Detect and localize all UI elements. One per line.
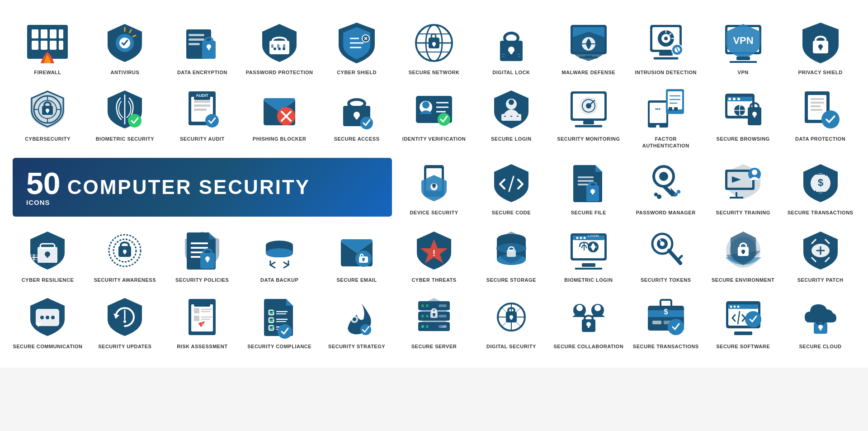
svg-rect-79 <box>820 47 821 50</box>
svg-rect-17 <box>189 43 200 45</box>
risk-assessment-label: RISK ASSESSMENT <box>177 343 227 350</box>
icon-intrusion-detection: INTRUSION DETECTION <box>627 14 704 80</box>
svg-rect-96 <box>194 109 207 111</box>
icon-secure-server: SECURE SERVER <box>396 288 473 354</box>
security-training-label: SECURITY TRAINING <box>716 209 770 216</box>
page-container: FIREWALL ANTIVIRUS <box>0 0 868 368</box>
password-protection-label: PASSWORD PROTECTION <box>246 69 313 76</box>
firewall-label: FIREWALL <box>34 69 61 76</box>
security-compliance-label: SECURITY COMPLIANCE <box>247 343 311 350</box>
icon-malware-defense: MALWARE DEFENSE <box>550 14 627 80</box>
svg-point-98 <box>205 114 219 128</box>
svg-rect-171 <box>592 191 594 194</box>
security-updates-label: SECURITY UPDATES <box>98 343 151 350</box>
svg-point-298 <box>421 325 424 328</box>
svg-point-141 <box>728 98 731 100</box>
svg-rect-332 <box>734 332 752 335</box>
svg-rect-250 <box>742 251 744 254</box>
secure-email-label: SECURE EMAIL <box>337 277 377 283</box>
factor-authentication-label: FACTOR AUTHENTICATION <box>631 136 701 149</box>
svg-line-242 <box>677 256 682 260</box>
svg-rect-165 <box>578 176 594 178</box>
icon-secure-cloud: SECURE CLOUD <box>782 288 859 354</box>
svg-rect-217 <box>363 259 364 261</box>
security-tokens-label: SECURITY TOKENS <box>641 277 691 283</box>
svg-point-142 <box>733 98 736 100</box>
secure-storage-label: SECURE STORAGE <box>486 277 536 283</box>
svg-rect-271 <box>194 316 199 321</box>
svg-rect-320 <box>652 321 661 324</box>
icon-security-training: SECURITY TRAINING <box>704 154 782 220</box>
svg-text:$: $ <box>664 308 668 316</box>
secure-browsing-label: SECURE BROWSING <box>717 136 770 142</box>
svg-rect-203 <box>191 242 208 244</box>
icon-cybersecurity: CYBERSECURITY <box>9 80 86 153</box>
secure-login-label: SECURE LOGIN <box>491 136 532 142</box>
svg-rect-237 <box>582 263 595 267</box>
svg-rect-3 <box>50 29 57 38</box>
svg-point-232 <box>583 237 585 239</box>
svg-rect-153 <box>811 98 824 100</box>
icon-security-patch: SECURITY PATCH <box>782 221 859 288</box>
secure-network-label: SECURE NETWORK <box>409 69 460 76</box>
svg-text:!: ! <box>202 322 203 327</box>
biometric-security-label: BIOMETRIC SECURITY <box>96 136 154 142</box>
icon-secure-login: SECURE LOGIN <box>472 80 550 153</box>
svg-rect-210 <box>207 259 208 262</box>
icon-password-manager: PASSWORD MANAGER <box>627 154 704 220</box>
identity-verification-label: IDENTITY VERIFICATION <box>402 136 466 142</box>
svg-rect-6 <box>41 41 47 50</box>
icon-secure-collaboration: SECURE COLLABORATION <box>550 288 627 354</box>
svg-line-241 <box>669 251 680 263</box>
cyber-resilience-label: CYBER RESILIENCE <box>22 277 74 283</box>
svg-rect-29 <box>283 44 285 48</box>
password-manager-label: PASSWORD MANAGER <box>636 209 696 216</box>
icon-privacy-shield: PRIVACY SHIELD <box>782 14 859 80</box>
svg-rect-7 <box>50 41 57 50</box>
icon-security-awareness: SECURITY AWARENESS <box>86 221 164 288</box>
svg-point-287 <box>353 317 356 321</box>
icon-security-updates: SECURITY UPDATES <box>86 288 164 354</box>
icon-firewall: FIREWALL <box>9 14 86 80</box>
svg-point-261 <box>51 316 55 319</box>
svg-text:VPN: VPN <box>733 35 753 46</box>
svg-point-115 <box>509 99 514 105</box>
svg-rect-21 <box>208 47 210 50</box>
svg-rect-128 <box>650 103 666 123</box>
svg-rect-267 <box>194 301 210 307</box>
icon-identity-verification: IDENTITY VERIFICATION <box>396 80 473 153</box>
svg-point-24 <box>274 47 276 50</box>
svg-point-109 <box>422 101 429 109</box>
icon-security-tokens: SECURITY TOKENS <box>627 221 704 288</box>
icon-digital-lock: DIGITAL LOCK <box>472 14 550 80</box>
row-5: SECURE COMMUNICATION SECURITY UPDATES <box>9 288 859 354</box>
privacy-shield-label: PRIVACY SHIELD <box>798 69 842 76</box>
banner-icons: ICONS <box>26 199 50 206</box>
svg-rect-155 <box>811 105 821 107</box>
svg-point-313 <box>594 305 601 311</box>
secure-software-label: SECURE SOFTWARE <box>716 343 770 350</box>
cyber-shield-label: CYBER SHIELD <box>337 69 377 76</box>
svg-point-328 <box>730 306 732 308</box>
intrusion-detection-label: INTRUSION DETECTION <box>635 69 697 76</box>
svg-point-212 <box>266 248 293 257</box>
icon-risk-assessment: ! RISK ASSESSMENT <box>164 288 241 354</box>
svg-rect-85 <box>47 110 48 113</box>
svg-point-260 <box>46 316 49 319</box>
svg-rect-268 <box>194 308 199 313</box>
icon-security-strategy: SECURITY STRATEGY <box>318 288 396 354</box>
data-encryption-label: DATA ENCRYPTION <box>177 69 227 76</box>
svg-rect-163 <box>433 185 435 188</box>
svg-rect-27 <box>271 44 274 48</box>
svg-rect-1 <box>32 29 38 38</box>
icon-biometric-security: BIOMETRIC SECURITY <box>86 80 164 153</box>
svg-rect-204 <box>191 247 208 249</box>
icon-data-protection: DATA PROTECTION <box>782 80 859 153</box>
digital-security-label: DIGITAL SECURITY <box>486 343 536 350</box>
icon-biometric-login: LOGIN BIOMETRIC LOGIN <box>550 221 627 288</box>
svg-rect-4 <box>59 29 63 38</box>
svg-rect-116 <box>501 114 521 121</box>
icon-secure-code: SECURE CODE <box>472 154 550 220</box>
secure-communication-label: SECURE COMMUNICATION <box>13 343 82 350</box>
svg-rect-42 <box>431 34 436 38</box>
